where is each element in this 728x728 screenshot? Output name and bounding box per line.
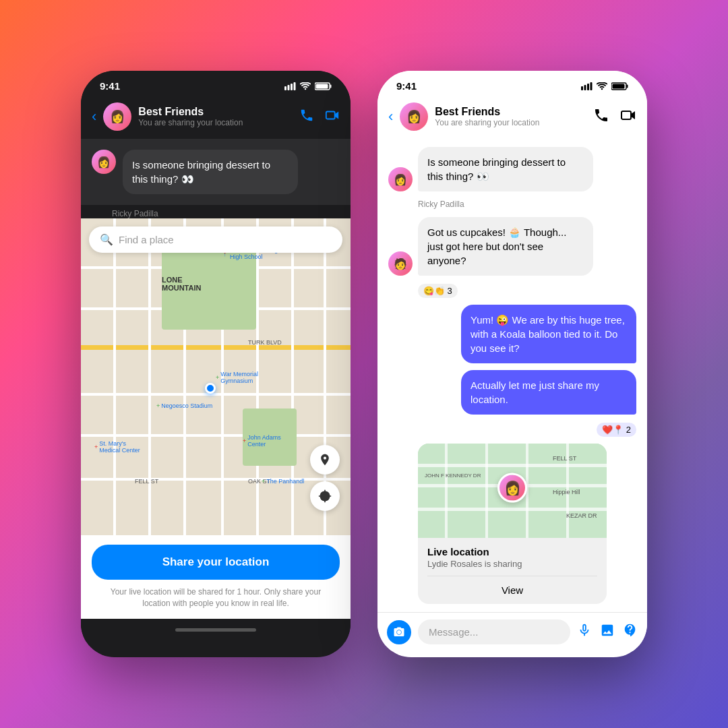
- chat-subtitle-left: You are sharing your location: [138, 118, 293, 127]
- nav-bar-right: ‹ 👩 Best Friends You are sharing your lo…: [377, 97, 647, 139]
- left-phone: 9:41 ‹ 👩 Best Frien: [81, 71, 351, 657]
- battery-icon: [315, 82, 332, 90]
- reaction-pill-4: ❤️📍 2: [597, 423, 636, 437]
- poi-negoesco: +Negoesco Stadium: [156, 402, 212, 409]
- reaction-bar-4: ❤️📍 2: [388, 423, 636, 437]
- road-h5: [81, 434, 351, 437]
- reaction-bar-2: 😋👏 3: [418, 284, 636, 298]
- location-subtitle: Lydie Rosales is sharing: [427, 559, 597, 569]
- battery-icon-right: [611, 82, 628, 90]
- message-input[interactable]: Message...: [418, 619, 570, 644]
- location-avatar-pin: 👩: [497, 473, 527, 503]
- msg-sender-dark: Ricky Padilla: [81, 209, 351, 218]
- back-button-left[interactable]: ‹: [92, 108, 96, 125]
- share-disclaimer: Your live location will be shared for 1 …: [92, 586, 340, 609]
- location-view-button[interactable]: View: [418, 576, 607, 604]
- location-card: FELL ST JOHN F KENNEDY DR Hippie Hill KE…: [418, 444, 607, 604]
- location-button[interactable]: [310, 481, 340, 511]
- home-indicator-left: [81, 619, 351, 642]
- avatar-left: 👩: [103, 102, 131, 131]
- avatar-right: 👩: [400, 102, 428, 131]
- video-icon-right[interactable]: [620, 107, 636, 126]
- road-h6: [81, 478, 351, 481]
- status-bar-left: 9:41: [81, 71, 351, 97]
- nav-bar-left: ‹ 👩 Best Friends You are sharing your lo…: [81, 97, 351, 139]
- input-icons: [577, 623, 638, 641]
- nav-actions-right: [593, 107, 636, 126]
- road-v6: [291, 218, 294, 535]
- chat-messages: 👩 Is someone bringing dessert to this th…: [377, 139, 647, 612]
- nav-actions-left: [299, 108, 340, 126]
- back-button-right[interactable]: ‹: [388, 108, 393, 125]
- share-section: Share your location Your live location w…: [81, 535, 351, 619]
- wifi-icon: [300, 82, 311, 90]
- msg-bubble-dark: Is someone bringing dessert to this thin…: [123, 150, 298, 194]
- svg-rect-15: [621, 111, 631, 119]
- poi-johnadams: +John AdamsCenter: [243, 434, 281, 448]
- svg-rect-21: [485, 444, 488, 538]
- svg-rect-10: [587, 84, 589, 90]
- message-row-3: Yum! 😜 We are by this huge tree, with a …: [388, 305, 636, 363]
- svg-rect-13: [627, 84, 628, 88]
- svg-rect-1: [288, 85, 290, 90]
- signal-icon: [284, 82, 296, 90]
- map-area: LONEMOUNTAIN TURK BLVD FELL ST OAK ST RO…: [81, 218, 351, 535]
- bubble-2: Got us cupcakes! 🧁 Though... just got he…: [418, 217, 593, 276]
- wifi-icon-right: [597, 82, 607, 90]
- message-row-1: 👩 Is someone bringing dessert to this th…: [388, 147, 636, 191]
- svg-rect-6: [316, 84, 328, 88]
- msg-avatar-1: 👩: [388, 167, 413, 191]
- call-icon-left[interactable]: [299, 108, 314, 126]
- location-card-row: FELL ST JOHN F KENNEDY DR Hippie Hill KE…: [388, 444, 636, 604]
- message-row-4: Actually let me just share my location.: [388, 370, 636, 415]
- chat-subtitle-right: You are sharing your location: [435, 118, 586, 127]
- bubble-3: Yum! 😜 We are by this huge tree, with a …: [461, 305, 636, 363]
- right-phone: 9:41 ‹ 👩 Best Frien: [377, 71, 647, 657]
- map-container: LONEMOUNTAIN TURK BLVD FELL ST OAK ST RO…: [81, 218, 351, 535]
- bubble-1: Is someone bringing dessert to this thin…: [418, 147, 593, 191]
- video-icon-left[interactable]: [325, 108, 340, 126]
- time-left: 9:41: [100, 80, 120, 92]
- label-fell: FELL ST: [135, 478, 158, 485]
- road-v2: [148, 218, 151, 535]
- location-info: Live location Lydie Rosales is sharing: [418, 538, 607, 576]
- signal-icon-right: [581, 82, 593, 90]
- mic-icon[interactable]: [577, 623, 592, 641]
- chat-name-left: Best Friends: [138, 106, 293, 118]
- reaction-pill-2: 😋👏 3: [418, 284, 458, 298]
- svg-rect-5: [330, 84, 332, 88]
- svg-text:Hippie Hill: Hippie Hill: [553, 489, 580, 495]
- call-icon-right[interactable]: [593, 107, 609, 126]
- svg-rect-9: [584, 85, 586, 90]
- chat-name-right: Best Friends: [435, 106, 586, 118]
- nav-info-right: Best Friends You are sharing your locati…: [435, 106, 586, 127]
- svg-rect-0: [284, 86, 286, 90]
- search-bar[interactable]: 🔍 Find a place: [89, 226, 342, 253]
- bubble-4: Actually let me just share my location.: [461, 370, 636, 415]
- status-icons-left: [284, 82, 332, 90]
- road-h3: [81, 345, 351, 350]
- svg-rect-7: [326, 111, 335, 119]
- msg-avatar-dark: 👩: [92, 150, 116, 174]
- message-placeholder: Message...: [429, 626, 478, 638]
- status-bar-right: 9:41: [377, 71, 647, 97]
- svg-rect-11: [590, 82, 593, 90]
- image-icon[interactable]: [600, 623, 615, 641]
- sticker-icon[interactable]: [623, 623, 638, 641]
- status-icons-right: [581, 82, 628, 90]
- poi-stmarys: +St. Mary'sMedical Center: [94, 440, 140, 454]
- svg-rect-8: [581, 86, 583, 90]
- time-right: 9:41: [396, 80, 417, 92]
- share-location-button[interactable]: Share your location: [92, 545, 340, 580]
- location-map-thumb: FELL ST JOHN F KENNEDY DR Hippie Hill KE…: [418, 444, 607, 538]
- svg-rect-3: [294, 82, 296, 90]
- sender-label-1: Ricky Padilla: [418, 200, 636, 209]
- search-placeholder: Find a place: [119, 234, 174, 245]
- poi-war-memorial: +War MemorialGymnasium: [216, 371, 258, 384]
- pin-button[interactable]: [310, 445, 340, 475]
- search-icon: 🔍: [100, 233, 113, 246]
- camera-button[interactable]: [387, 620, 411, 644]
- svg-rect-14: [613, 84, 625, 88]
- message-row-2: 🧑 Got us cupcakes! 🧁 Though... just got …: [388, 217, 636, 276]
- poi-panhandle: +The Panhandl: [262, 478, 304, 485]
